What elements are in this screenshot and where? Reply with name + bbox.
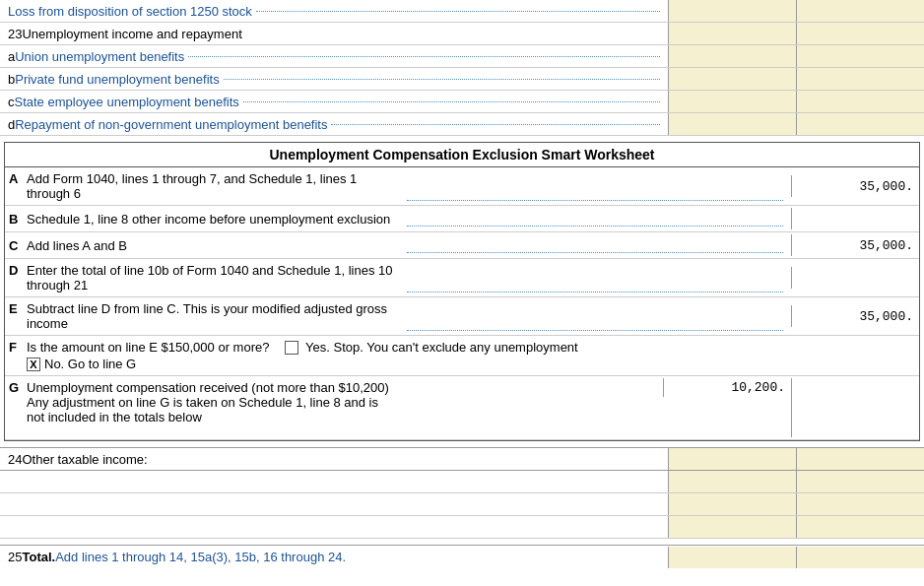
ws-g-text2: Any adjustment on line G is taken on Sch… [27, 395, 389, 410]
ws-label-c: C Add lines A and B [5, 236, 791, 255]
line24-sub2-right[interactable] [796, 493, 924, 515]
line23b-label: b Private fund unemployment benefits [0, 68, 668, 90]
ws-text-d: Enter the total of line 10b of Form 1040… [27, 263, 403, 293]
line25-input-right[interactable] [796, 547, 924, 568]
line23b-input-left[interactable] [668, 68, 796, 90]
ws-label-e: E Subtract line D from line C. This is y… [5, 299, 791, 333]
line24-sub3 [0, 516, 924, 539]
loss-input-right[interactable] [796, 0, 924, 22]
line24-sub1-left[interactable] [668, 471, 796, 492]
line24-text: Other taxable income: [22, 452, 147, 467]
loss-input-left[interactable] [668, 0, 796, 22]
line24-sub3-right[interactable] [796, 516, 924, 538]
line24-input-left[interactable] [668, 448, 796, 470]
line23c-dots [243, 101, 660, 102]
line23c-text: State employee unemployment benefits [15, 95, 239, 109]
ws-value-a[interactable]: 35,000. [791, 175, 919, 197]
line23b-dots [224, 79, 660, 80]
ws-text-b: Schedule 1, line 8 other income before u… [27, 212, 403, 227]
line23b-input-right[interactable] [796, 68, 924, 90]
line23a-text: Union unemployment benefits [15, 49, 184, 64]
line25-row: 25 Total. Add lines 1 through 14, 15a(3)… [0, 545, 924, 568]
ws-row-f-bottom: X No. Go to line G [27, 357, 136, 371]
ws-f-yes-checkbox[interactable] [285, 341, 298, 355]
ws-label-a: A Add Form 1040, lines 1 through 7, and … [5, 169, 791, 203]
line23c-label: c State employee unemployment benefits [0, 91, 668, 112]
line23a-input-right[interactable] [796, 45, 924, 67]
line24-sub1 [0, 471, 924, 493]
ws-g-text3: not included in the totals below [27, 410, 389, 424]
ws-dots-c [407, 239, 783, 253]
line24-sub3-label [0, 516, 668, 538]
ws-value-d[interactable] [791, 267, 919, 289]
loss-row: Loss from disposition of section 1250 st… [0, 0, 924, 23]
ws-g-right-value[interactable] [791, 378, 919, 437]
ws-row-f-top: F Is the amount on line E $150,000 or mo… [9, 340, 915, 355]
line23c-input-left[interactable] [668, 91, 796, 112]
line23-label: 23 Unemployment income and repayment [0, 23, 668, 44]
worksheet-title: Unemployment Compensation Exclusion Smar… [5, 143, 919, 167]
ws-g-mid-value[interactable]: 10,200. [663, 378, 791, 397]
form-container: Loss from disposition of section 1250 st… [0, 0, 924, 568]
ws-dots-b [407, 213, 783, 227]
line25-rest: Add lines 1 through 14, 15a(3), 15b, 16 … [55, 550, 346, 564]
line24-label: 24 Other taxable income: [0, 448, 668, 470]
line23-text: Unemployment income and repayment [22, 27, 241, 41]
line24-sub1-right[interactable] [796, 471, 924, 492]
line24-header: 24 Other taxable income: [0, 447, 924, 471]
line24-input-right[interactable] [796, 448, 924, 470]
ws-dots-d [407, 279, 783, 293]
smart-worksheet: Unemployment Compensation Exclusion Smar… [4, 142, 920, 441]
ws-text-e: Subtract line D from line C. This is you… [27, 301, 403, 331]
line24-sub1-label [0, 471, 668, 492]
ws-text-a: Add Form 1040, lines 1 through 7, and Sc… [27, 171, 403, 201]
ws-f-no-label: No. Go to line G [44, 357, 136, 371]
ws-row-e: E Subtract line D from line C. This is y… [5, 297, 919, 336]
line23a-input-left[interactable] [668, 45, 796, 67]
ws-label-b: B Schedule 1, line 8 other income before… [5, 210, 791, 228]
ws-row-g-label: G Unemployment compensation received (no… [5, 378, 663, 426]
ws-value-e[interactable]: 35,000. [791, 305, 919, 327]
line23d-input-left[interactable] [668, 113, 796, 135]
line24-sub2-left[interactable] [668, 493, 796, 515]
line24-sub3-left[interactable] [668, 516, 796, 538]
ws-text-c: Add lines A and B [27, 238, 403, 253]
line25-total-label: Total. [22, 550, 55, 564]
ws-value-b[interactable] [791, 208, 919, 229]
ws-row-c: C Add lines A and B 35,000. [5, 232, 919, 259]
ws-dots-a [407, 187, 783, 201]
loss-text: Loss from disposition of section 1250 st… [8, 4, 252, 19]
ws-f-question: Is the amount on line E $150,000 or more… [27, 340, 269, 355]
ws-f-yes-label: Yes. Stop. You can't exclude any unemplo… [302, 340, 578, 355]
line23b-row: b Private fund unemployment benefits [0, 68, 924, 91]
line24-sub2 [0, 493, 924, 516]
ws-value-c[interactable]: 35,000. [791, 234, 919, 256]
line23a-dots [188, 56, 660, 57]
ws-row-b: B Schedule 1, line 8 other income before… [5, 206, 919, 232]
ws-dots-e [407, 317, 783, 331]
line23a-label: a Union unemployment benefits [0, 45, 668, 67]
line23d-input-right[interactable] [796, 113, 924, 135]
line24-sub2-label [0, 493, 668, 515]
line23c-input-right[interactable] [796, 91, 924, 112]
loss-label: Loss from disposition of section 1250 st… [0, 0, 668, 22]
ws-row-f: F Is the amount on line E $150,000 or mo… [5, 336, 919, 376]
line23-header: 23 Unemployment income and repayment [0, 23, 924, 45]
ws-row-a: A Add Form 1040, lines 1 through 7, and … [5, 167, 919, 206]
ws-row-g: G Unemployment compensation received (no… [5, 376, 919, 440]
line23-input-right[interactable] [796, 23, 924, 44]
line23a-row: a Union unemployment benefits [0, 45, 924, 68]
loss-dots [256, 11, 660, 12]
line25-label: 25 Total. Add lines 1 through 14, 15a(3)… [0, 548, 668, 566]
line23c-row: c State employee unemployment benefits [0, 91, 924, 113]
line23d-text: Repayment of non-government unemployment… [15, 117, 327, 132]
line23d-dots [331, 124, 660, 125]
line23b-text: Private fund unemployment benefits [15, 72, 219, 87]
ws-row-d: D Enter the total of line 10b of Form 10… [5, 259, 919, 297]
line25-input-left[interactable] [668, 547, 796, 568]
line23d-label: d Repayment of non-government unemployme… [0, 113, 668, 135]
ws-f-no-checkbox[interactable]: X [27, 358, 40, 371]
line23-input-left[interactable] [668, 23, 796, 44]
ws-g-text1: Unemployment compensation received (not … [27, 380, 389, 395]
line23d-row: d Repayment of non-government unemployme… [0, 113, 924, 136]
